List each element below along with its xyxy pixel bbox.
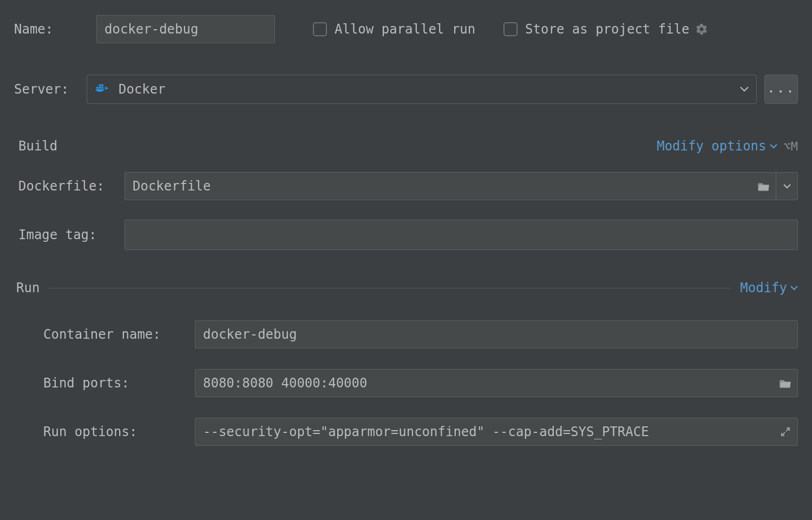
name-label: Name: bbox=[14, 22, 96, 37]
run-modify-label: Modify bbox=[740, 280, 787, 295]
run-options-input[interactable]: --security-opt="apparmor=unconfined" --c… bbox=[195, 418, 798, 446]
svg-rect-2 bbox=[101, 87, 103, 89]
build-section-title: Build bbox=[18, 139, 57, 154]
run-modify-link[interactable]: Modify bbox=[740, 280, 798, 295]
allow-parallel-checkbox[interactable] bbox=[313, 22, 327, 36]
svg-rect-1 bbox=[99, 87, 101, 89]
server-label: Server: bbox=[14, 82, 87, 97]
server-value: Docker bbox=[119, 82, 166, 97]
image-tag-label: Image tag: bbox=[18, 227, 125, 242]
server-more-button[interactable]: ... bbox=[764, 75, 798, 104]
server-select[interactable]: Docker bbox=[87, 75, 757, 104]
name-input[interactable] bbox=[96, 15, 275, 43]
bind-ports-label: Bind ports: bbox=[43, 376, 195, 391]
dockerfile-history-dropdown[interactable] bbox=[776, 173, 797, 200]
chevron-down-icon bbox=[790, 286, 798, 291]
svg-rect-3 bbox=[99, 84, 101, 87]
run-options-label: Run options: bbox=[43, 424, 195, 439]
expand-icon[interactable] bbox=[774, 418, 797, 445]
build-shortcut: ⌥M bbox=[784, 140, 798, 153]
build-modify-options-label: Modify options bbox=[657, 139, 766, 154]
bind-ports-value: 8080:8080 40000:40000 bbox=[195, 370, 774, 397]
gear-icon[interactable] bbox=[695, 23, 708, 36]
caret-down-icon bbox=[740, 87, 749, 92]
bind-ports-input[interactable]: 8080:8080 40000:40000 bbox=[195, 369, 798, 397]
dockerfile-input[interactable]: Dockerfile bbox=[125, 172, 798, 200]
folder-icon[interactable] bbox=[752, 173, 776, 200]
build-modify-options-link[interactable]: Modify options bbox=[657, 139, 777, 154]
dockerfile-value: Dockerfile bbox=[125, 173, 752, 200]
svg-rect-4 bbox=[101, 84, 103, 87]
dockerfile-label: Dockerfile: bbox=[18, 179, 125, 194]
ellipsis-icon: ... bbox=[767, 80, 796, 96]
folder-icon[interactable] bbox=[774, 370, 797, 397]
store-project-checkbox[interactable] bbox=[503, 22, 518, 36]
allow-parallel-label: Allow parallel run bbox=[335, 22, 475, 37]
run-section-title: Run bbox=[14, 280, 40, 295]
docker-icon bbox=[95, 83, 111, 96]
divider bbox=[48, 288, 731, 288]
container-name-input[interactable]: docker-debug bbox=[195, 320, 798, 348]
chevron-down-icon bbox=[770, 144, 777, 149]
store-project-label: Store as project file bbox=[525, 22, 689, 37]
run-options-value: --security-opt="apparmor=unconfined" --c… bbox=[195, 418, 774, 445]
svg-rect-0 bbox=[96, 87, 99, 89]
image-tag-input[interactable] bbox=[125, 220, 798, 250]
container-name-label: Container name: bbox=[43, 327, 195, 342]
container-name-value: docker-debug bbox=[195, 321, 797, 348]
